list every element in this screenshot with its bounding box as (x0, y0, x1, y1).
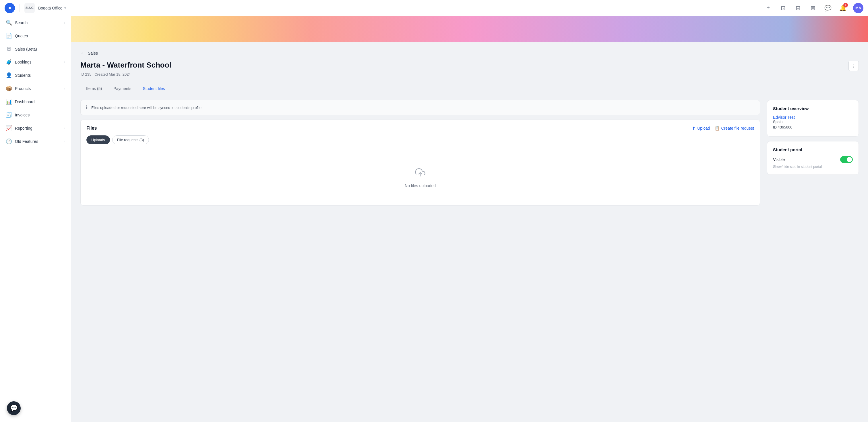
sidebar-item-search[interactable]: 🔍 Search › (0, 16, 71, 29)
portal-description: Show/hide sale in student portal (773, 165, 853, 169)
products-icon: 📦 (6, 85, 11, 92)
main-content: ← Sales Marta - Waterfront School ⋮ ID 2… (71, 16, 868, 422)
student-country: Spain (773, 120, 853, 124)
breadcrumb[interactable]: ← Sales (81, 50, 859, 56)
file-tab-uploads[interactable]: Uploads (86, 135, 110, 144)
sidebar-item-bookings[interactable]: 🧳 Bookings › (0, 55, 71, 69)
content-columns: ℹ Files uploaded or requested here will … (81, 100, 859, 205)
chevron-right-icon: › (64, 60, 65, 64)
visible-toggle-row: Visible (773, 156, 853, 163)
sidebar-label-quotes: Quotes (15, 34, 65, 38)
chat-icon: 💬 (10, 404, 18, 412)
more-options-button[interactable]: ⋮ (848, 61, 859, 71)
quotes-icon: 📄 (6, 33, 11, 39)
sidebar-label-old-features: Old Features (15, 139, 61, 144)
students-icon: 👤 (6, 72, 11, 79)
sidebar-item-students[interactable]: 👤 Students (0, 69, 71, 82)
student-overview-card: Student overview Edvisor Test Spain ID 4… (767, 100, 859, 137)
invoices-icon: 🧾 (6, 112, 11, 118)
create-icon: 📋 (715, 126, 720, 131)
upload-icon: ⬆ (692, 126, 695, 131)
page-meta: ID 235 · Created Mar 18, 2024 (81, 72, 859, 77)
dashboard-icon: 📊 (6, 99, 11, 105)
info-text: Files uploaded or requested here will be… (91, 106, 203, 110)
back-arrow-icon: ← (81, 50, 86, 56)
sidebar-label-students: Students (15, 73, 65, 78)
create-request-label: Create file request (721, 126, 754, 131)
student-name-link[interactable]: Edvisor Test (773, 115, 853, 120)
student-overview-title: Student overview (773, 106, 853, 111)
files-header: Files ⬆ Upload 📋 Create file request (86, 125, 754, 131)
student-portal-title: Student portal (773, 147, 853, 152)
navbar-actions: + ⊡ ⊟ ⊠ 💬 🔔 1 MA (764, 3, 863, 13)
app-logo[interactable]: ● (5, 3, 15, 13)
calendar-button[interactable]: ⊟ (794, 3, 803, 12)
files-actions: ⬆ Upload 📋 Create file request (692, 126, 754, 131)
visible-toggle[interactable] (840, 156, 853, 163)
empty-state: No files uploaded (86, 156, 754, 199)
chat-nav-button[interactable]: 💬 (823, 3, 832, 12)
add-button[interactable]: + (764, 3, 773, 12)
user-avatar[interactable]: MA (853, 3, 863, 13)
sidebar: 🔍 Search › 📄 Quotes 🖥 Sales (Beta) 🧳 Boo… (0, 16, 71, 422)
navbar-divider (20, 4, 20, 12)
main-layout: 🔍 Search › 📄 Quotes 🖥 Sales (Beta) 🧳 Boo… (0, 16, 868, 422)
file-tabs: Uploads File requests (3) (86, 135, 754, 144)
avatar-initials: MA (856, 6, 861, 10)
upload-button[interactable]: ⬆ Upload (692, 126, 710, 131)
sidebar-label-reporting: Reporting (15, 126, 61, 131)
reporting-icon: 📈 (6, 125, 11, 131)
content-aside: Student overview Edvisor Test Spain ID 4… (767, 100, 859, 205)
sidebar-item-invoices[interactable]: 🧾 Invoices (0, 108, 71, 121)
old-features-icon: 🕐 (6, 138, 11, 145)
tab-student-files[interactable]: Student files (137, 83, 170, 94)
info-banner: ℹ Files uploaded or requested here will … (81, 100, 760, 115)
file-tab-requests[interactable]: File requests (3) (112, 135, 149, 144)
plus-icon: + (766, 5, 770, 11)
chat-icon: 💬 (825, 5, 832, 11)
sidebar-item-products[interactable]: 📦 Products › (0, 82, 71, 95)
search-icon: 🔍 (6, 20, 11, 26)
tab-items[interactable]: Items (5) (81, 83, 107, 94)
navbar: ● SLUG Bogotá Office ▾ + ⊡ ⊟ ⊠ 💬 🔔 1 MA (0, 0, 868, 16)
notifications-button[interactable]: 🔔 1 (838, 3, 847, 12)
inbox-icon: ⊡ (781, 5, 786, 11)
sidebar-label-products: Products (15, 86, 61, 91)
sidebar-label-dashboard: Dashboard (15, 100, 65, 104)
hero-banner (71, 16, 868, 42)
chevron-right-icon: › (64, 139, 65, 143)
tab-bar: Items (5) Payments Student files (81, 83, 859, 94)
info-icon: ℹ (86, 104, 88, 111)
inbox-button[interactable]: ⊡ (778, 3, 787, 12)
sidebar-label-sales: Sales (Beta) (15, 47, 65, 52)
sidebar-item-old-features[interactable]: 🕐 Old Features › (0, 135, 71, 148)
sidebar-item-sales-beta[interactable]: 🖥 Sales (Beta) (0, 43, 71, 55)
ellipsis-icon: ⋮ (851, 63, 856, 69)
empty-text: No files uploaded (405, 184, 436, 188)
student-id: ID 4365666 (773, 125, 853, 129)
sidebar-label-bookings: Bookings (15, 60, 61, 64)
sidebar-item-quotes[interactable]: 📄 Quotes (0, 29, 71, 43)
clipboard-button[interactable]: ⊠ (808, 3, 817, 12)
create-file-request-button[interactable]: 📋 Create file request (715, 126, 754, 131)
sidebar-item-reporting[interactable]: 📈 Reporting › (0, 121, 71, 135)
sidebar-label-invoices: Invoices (15, 113, 65, 117)
office-label: Bogotá Office (38, 6, 63, 10)
logo-icon: ● (8, 5, 11, 11)
clipboard-icon: ⊠ (811, 5, 815, 11)
page-content: ← Sales Marta - Waterfront School ⋮ ID 2… (71, 42, 868, 422)
page-title: Marta - Waterfront School (81, 61, 172, 69)
chevron-right-icon: › (64, 87, 65, 90)
chat-button[interactable]: 💬 (7, 401, 21, 415)
empty-upload-icon (415, 167, 425, 180)
student-portal-card: Student portal Visible Show/hide sale in… (767, 141, 859, 175)
office-selector[interactable]: Bogotá Office ▾ (38, 6, 66, 10)
chevron-right-icon: › (64, 21, 65, 25)
bookings-icon: 🧳 (6, 59, 11, 65)
sales-icon: 🖥 (6, 46, 11, 52)
hero-image (71, 16, 868, 42)
brand-icon[interactable]: SLUG (24, 3, 35, 13)
tab-payments[interactable]: Payments (107, 83, 137, 94)
chevron-down-icon: ▾ (64, 6, 66, 10)
sidebar-item-dashboard[interactable]: 📊 Dashboard (0, 95, 71, 108)
